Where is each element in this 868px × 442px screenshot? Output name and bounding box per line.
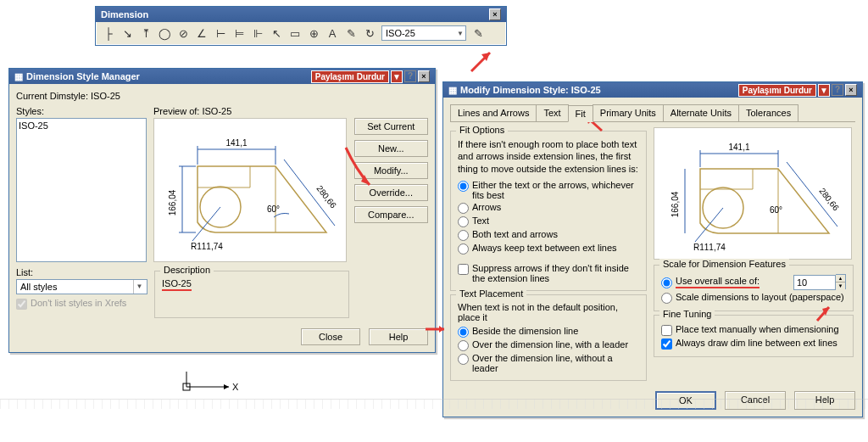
styles-item[interactable]: ISO-25 [19,120,144,131]
svg-line-8 [192,207,220,241]
dim-tedit-icon[interactable]: ✎ [344,26,358,40]
dim-linear-icon[interactable]: ├ [102,26,115,40]
placement-opt-over-no[interactable]: Over the dimension line, without a leade… [458,353,639,373]
dimstyle-icon[interactable]: ✎ [471,26,485,40]
current-dimstyle-label: Current Dimstyle: ISO-25 [16,91,428,101]
new-button[interactable]: New... [354,140,428,157]
dimstyle-dropdown-value: ISO-25 [386,28,415,38]
fit-radio-text[interactable] [458,216,469,227]
tab-lines[interactable]: Lines and Arrows [450,104,537,121]
desc-legend: Description [160,265,214,275]
preview-pane: 141,1 166,04 280,66 R111,74 60° [153,118,347,262]
dim-quick-icon[interactable]: ⊢ [214,26,227,40]
app-icon: ▦ [14,71,23,81]
scale-opt-layout[interactable]: Scale dimensions to layout (paperspace) [661,292,846,304]
placement-intro: When text is not in the default position… [458,302,639,322]
dim-ordinate-icon[interactable]: ⤒ [139,26,153,40]
scale-radio-overall[interactable] [661,277,672,288]
dim-angle: 60° [267,204,280,214]
dimension-toolbar-titlebar[interactable]: Dimension × [96,7,506,22]
help-icon[interactable]: ? [404,70,416,82]
fit-radio-keep[interactable] [458,243,469,255]
svg-text:X: X [232,382,239,392]
fit-opt-both-label: Both text and arrows [472,229,558,239]
dim-radius-icon[interactable]: ◯ [158,26,171,40]
fit-suppress-row[interactable]: Suppress arrows if they don't fit inside… [458,263,639,283]
placement-opt-over-leader[interactable]: Over the dimension line, with a leader [458,339,639,351]
close-icon[interactable]: × [845,84,857,96]
override-button[interactable]: Override... [354,184,428,201]
dim-continue-icon[interactable]: ⊩ [251,26,264,40]
tab-alternate[interactable]: Alternate Units [663,104,739,121]
dim-update-icon[interactable]: ↻ [363,26,376,40]
dim-top: 141,1 [226,138,248,148]
set-current-button[interactable]: Set Current [354,118,428,135]
dim-center-icon[interactable]: ⊕ [307,26,320,40]
help-icon[interactable]: ? [832,84,843,96]
fit-radio-either[interactable] [458,181,469,192]
close-button[interactable]: Close [301,328,360,345]
share-stop-badge[interactable]: Paylaşımı Durdur [311,70,389,83]
dim-leader-icon[interactable]: ↖ [270,26,283,40]
close-icon[interactable]: × [418,70,430,82]
help-button[interactable]: Help [369,328,428,345]
fine-check-always[interactable] [661,338,672,350]
dim-edit-icon[interactable]: A [326,26,339,40]
fit-opt-text-label: Text [472,215,489,226]
fit-opt-text[interactable]: Text [458,215,639,227]
dsm-body: Current Dimstyle: ISO-25 Styles: ISO-25 … [9,84,435,352]
share-dropdown-icon[interactable]: ▼ [391,70,403,83]
dsm-titlebar[interactable]: ▦Dimension Style Manager Paylaşımı Durdu… [9,69,435,84]
dim-aligned-icon[interactable]: ↘ [120,26,134,40]
placement-radio-over-leader[interactable] [458,340,469,351]
placement-over-no-label: Over the dimension line, without a leade… [472,353,639,373]
close-icon[interactable]: × [489,8,501,20]
dim-left2: 166,04 [670,191,680,217]
share-stop-badge[interactable]: Paylaşımı Durdur [738,84,816,97]
placement-radio-over-no[interactable] [458,354,469,365]
fine-opt-always[interactable]: Always draw dim line between ext lines [661,338,846,350]
fit-suppress-checkbox[interactable] [458,264,469,275]
fine-check-manual[interactable] [661,325,672,336]
fit-radio-arrows[interactable] [458,203,469,214]
share-dropdown-icon[interactable]: ▼ [818,84,830,97]
scale-radio-layout[interactable] [661,293,672,304]
tab-fit[interactable]: Fit [568,105,593,122]
fit-suppress-label: Suppress arrows if they don't fit inside… [472,263,639,283]
fit-radio-both[interactable] [458,230,469,241]
dim-diameter-icon[interactable]: ⊘ [176,26,190,40]
toolbar-title: Dimension [101,9,148,20]
dim-angular-icon[interactable]: ∠ [195,26,209,40]
modify-titlebar[interactable]: ▦Modify Dimension Style: ISO-25 Paylaşım… [443,82,862,98]
tab-tolerances[interactable]: Tolerances [738,104,798,121]
fit-opt-arrows[interactable]: Arrows [458,202,639,214]
scale-spinner[interactable]: ▲▼ [836,274,846,289]
app-icon: ▦ [448,85,457,95]
dim-baseline-icon[interactable]: ⊨ [232,26,246,40]
fit-opt-either[interactable]: Either the text or the arrows, whichever… [458,180,639,200]
placement-legend: Text Placement [456,288,526,299]
chevron-down-icon: ▼ [457,30,464,37]
placement-opt-beside[interactable]: Beside the dimension line [458,326,639,338]
tab-row: Lines and Arrows Text Fit Primary Units … [450,104,855,122]
scale-value-input[interactable] [793,275,836,290]
fine-opt-manual[interactable]: Place text manually when dimensioning [661,324,846,336]
fit-legend: Fit Options [456,125,508,135]
scale-opt-overall[interactable]: Use overall scale of: ▲▼ [661,274,846,290]
desc-value: ISO-25 [162,278,192,291]
svg-marker-22 [481,53,490,61]
list-select[interactable]: All styles ▼ [16,279,147,294]
compare-button[interactable]: Compare... [354,206,428,223]
tab-text[interactable]: Text [536,104,568,121]
fit-opt-both[interactable]: Both text and arrows [458,229,639,241]
tab-primary[interactable]: Primary Units [593,104,664,121]
modify-preview-pane: 141,1 166,04 280,66 R111,74 60° [654,127,852,260]
scale-overall-label: Use overall scale of: [676,276,760,288]
placement-radio-beside[interactable] [458,327,469,338]
fit-opt-keep[interactable]: Always keep text between ext lines [458,243,639,255]
dimstyle-dropdown[interactable]: ISO-25 ▼ [381,25,466,41]
modify-button[interactable]: Modify... [354,162,428,179]
scale-layout-label: Scale dimensions to layout (paperspace) [676,292,844,302]
styles-listbox[interactable]: ISO-25 [16,118,147,262]
dim-tolerance-icon[interactable]: ▭ [288,26,302,40]
